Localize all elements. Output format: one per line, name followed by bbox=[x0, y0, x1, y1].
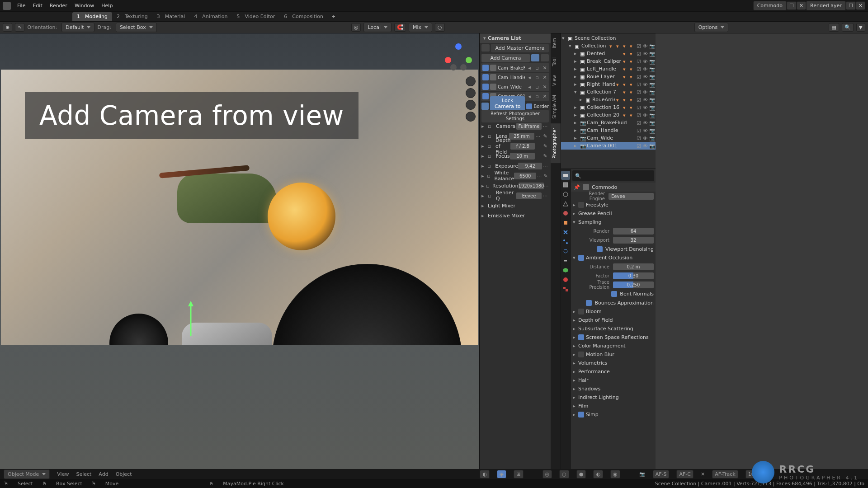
expand-icon[interactable]: ▸ bbox=[574, 81, 579, 87]
shading-wire-icon[interactable]: ○ bbox=[559, 470, 569, 479]
refresh-settings-button[interactable]: Refresh Photographer Settings bbox=[481, 110, 549, 122]
tab-simple-am[interactable]: Simple AM bbox=[551, 90, 561, 123]
render-vis-icon[interactable]: 📷 bbox=[649, 120, 655, 126]
tree-row[interactable]: ▸▣Collection 16▾▾☑👁📷 bbox=[561, 103, 656, 111]
outliner-search-icon[interactable]: 🔍 bbox=[842, 23, 854, 32]
render-vis-icon[interactable]: 📷 bbox=[649, 43, 655, 49]
delete-icon[interactable]: ✕ bbox=[542, 65, 548, 71]
add-camera-button[interactable]: Add Camera bbox=[481, 54, 530, 62]
workspace-tab-texturing[interactable]: 2 - Texturing bbox=[112, 12, 152, 21]
tab-tool[interactable]: Tool bbox=[551, 53, 561, 70]
axis-x-icon[interactable] bbox=[445, 57, 451, 63]
restrict-check-icon[interactable]: ☑ bbox=[637, 143, 642, 149]
workspace-tab-video[interactable]: 5 - Video Editor bbox=[232, 12, 279, 21]
checkbox[interactable] bbox=[597, 246, 603, 252]
tab-item[interactable]: Item bbox=[551, 33, 561, 53]
render-vis-icon[interactable]: 📷 bbox=[649, 113, 655, 118]
section-header[interactable]: ▸Indirect Lighting bbox=[571, 393, 656, 402]
property-check[interactable]: Bent Normals bbox=[571, 289, 656, 298]
tab-photographer[interactable]: Photographer bbox=[551, 123, 561, 163]
tree-row[interactable]: ▾▣Collection 7▾▾☑👁📷 bbox=[561, 88, 656, 96]
nav-gizmo[interactable] bbox=[445, 43, 472, 70]
visibility-icon[interactable]: 👁 bbox=[643, 51, 648, 56]
restrict-check-icon[interactable]: ☑ bbox=[637, 120, 642, 126]
visibility-icon[interactable]: 👁 bbox=[643, 97, 648, 103]
tab-physics-icon[interactable] bbox=[561, 247, 570, 256]
menu-dots-icon[interactable]: ⋯ bbox=[542, 193, 549, 199]
section-header[interactable]: ▾Ambient Occlusion bbox=[571, 253, 656, 262]
restrict-check-icon[interactable]: ☑ bbox=[637, 43, 642, 49]
tab-material-icon[interactable] bbox=[561, 275, 570, 284]
camera-list-header[interactable]: ▾Camera List bbox=[480, 33, 551, 43]
property-check[interactable]: Bounces Approximation bbox=[571, 298, 656, 307]
workspace-tab-material[interactable]: 3 - Material bbox=[152, 12, 190, 21]
camera-checkbox[interactable] bbox=[482, 84, 489, 90]
eyedropper-icon[interactable]: ✎ bbox=[542, 143, 549, 149]
visibility-icon[interactable]: 👁 bbox=[643, 43, 648, 49]
visibility-icon[interactable]: 👁 bbox=[643, 128, 648, 133]
visibility-icon[interactable]: 👁 bbox=[643, 113, 648, 118]
orientation-dropdown[interactable]: Default bbox=[61, 23, 94, 32]
camera-checkbox[interactable] bbox=[482, 65, 489, 71]
expand-icon[interactable]: ▸ bbox=[574, 143, 579, 149]
eyedropper-icon[interactable]: ✎ bbox=[542, 153, 549, 159]
gizmo-toggle-icon[interactable]: ◉ bbox=[497, 470, 507, 479]
tree-row[interactable]: ▸📷Cam_BrakeFluid☑👁📷 bbox=[561, 119, 656, 127]
field-value[interactable]: 0.30 bbox=[613, 272, 654, 279]
add-master-camera-button[interactable]: Add Master Camera bbox=[491, 44, 549, 52]
restrict-check-icon[interactable]: ☑ bbox=[637, 89, 642, 95]
expand-icon[interactable]: ▾ bbox=[574, 89, 579, 95]
visibility-icon[interactable]: 👁 bbox=[643, 66, 648, 72]
section-header[interactable]: ▸Volumetrics bbox=[571, 359, 656, 367]
section-header[interactable]: ▸Hair bbox=[571, 376, 656, 385]
menu-dots-icon[interactable]: ⋯ bbox=[542, 123, 549, 129]
expand-icon[interactable]: ▸ bbox=[481, 133, 488, 139]
tab-texture-icon[interactable] bbox=[561, 285, 570, 294]
camera-list-item[interactable]: Cam_BrakeFluid◂▫✕ bbox=[481, 63, 549, 72]
menu-help[interactable]: Help bbox=[98, 1, 116, 10]
snap-mode-dropdown[interactable]: Mix bbox=[409, 23, 432, 32]
view-icon[interactable]: ◂ bbox=[526, 84, 533, 90]
visibility-icon[interactable]: 👁 bbox=[643, 89, 648, 95]
expand-icon[interactable]: ▸ bbox=[574, 58, 579, 64]
restrict-check-icon[interactable]: ☑ bbox=[637, 128, 642, 133]
tree-row[interactable]: ▸▣Break_Caliper▾▾☑👁📷 bbox=[561, 57, 656, 65]
camera-list-item[interactable]: Cam_Wide◂▫✕ bbox=[481, 82, 549, 91]
proportional-icon[interactable]: ○ bbox=[435, 23, 445, 32]
menu-object[interactable]: Object bbox=[116, 471, 132, 477]
section-header[interactable]: ▸Performance bbox=[571, 367, 656, 376]
overlay-toggle-icon[interactable]: ◐ bbox=[480, 470, 490, 479]
menu-dots-icon[interactable]: ⋯ bbox=[534, 133, 542, 139]
render-vis-icon[interactable]: 📷 bbox=[649, 59, 655, 64]
expand-icon[interactable]: ▸ bbox=[481, 123, 488, 129]
render-vis-icon[interactable]: 📷 bbox=[649, 51, 655, 56]
field-value[interactable]: 0.2 m bbox=[613, 263, 654, 270]
prop-value[interactable]: 10 m bbox=[510, 153, 535, 160]
menu-dots-icon[interactable]: ⋯ bbox=[536, 173, 542, 179]
perspective-icon[interactable] bbox=[466, 112, 476, 122]
add-option-icon[interactable] bbox=[541, 54, 549, 61]
field-value[interactable]: 32 bbox=[613, 237, 654, 244]
workspace-add-button[interactable]: + bbox=[328, 12, 339, 21]
prop-value[interactable]: 868x488 bbox=[519, 183, 544, 189]
property-check[interactable]: Viewport Denoising bbox=[571, 244, 656, 253]
zoom-icon[interactable] bbox=[466, 76, 476, 86]
camera-icon[interactable] bbox=[481, 44, 490, 52]
camera-list-item[interactable]: Cam_Handle◂▫✕ bbox=[481, 73, 549, 82]
expand-icon[interactable]: ▸ bbox=[574, 135, 579, 141]
expand-icon[interactable]: ▸ bbox=[574, 51, 579, 56]
menu-file[interactable]: File bbox=[14, 1, 29, 10]
tree-row[interactable]: ▸▣Collection 20▾▾☑👁📷 bbox=[561, 111, 656, 119]
tab-particle-icon[interactable] bbox=[561, 237, 570, 246]
section-header[interactable]: ▸Subsurface Scattering bbox=[571, 324, 656, 333]
menu-add[interactable]: Add bbox=[99, 471, 108, 477]
restrict-check-icon[interactable]: ☑ bbox=[637, 59, 642, 64]
expand-icon[interactable]: ▸ bbox=[574, 127, 579, 133]
prop-value[interactable]: Eevee bbox=[516, 192, 542, 199]
workspace-tab-animation[interactable]: 4 - Animation bbox=[189, 12, 232, 21]
render-vis-icon[interactable]: 📷 bbox=[649, 74, 655, 80]
expand-icon[interactable]: ▸ bbox=[574, 104, 579, 110]
workspace-tab-modeling[interactable]: 1 - Modeling bbox=[72, 12, 112, 21]
tab-viewlayer-icon[interactable] bbox=[561, 190, 570, 199]
delete-icon[interactable]: ✕ bbox=[542, 84, 548, 90]
